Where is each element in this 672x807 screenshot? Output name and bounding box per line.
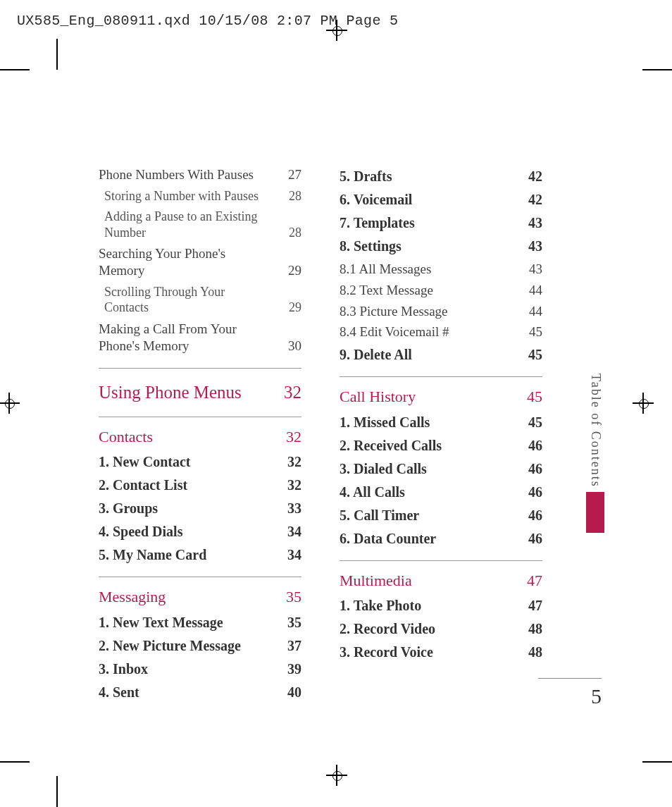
toc-entry-label: Searching Your Phone's Memory: [99, 245, 278, 279]
toc-entry: 8.1 All Messages43: [340, 261, 542, 278]
toc-entry-page: 32: [278, 453, 301, 471]
toc-entry: 5. Call Timer46: [340, 507, 542, 524]
toc-entry-label: 4. All Calls: [340, 483, 518, 501]
page: { "slug": "UX585_Eng_080911.qxd 10/15/08…: [0, 0, 672, 807]
toc-entry: 5. My Name Card34: [99, 546, 301, 564]
toc-entry-page: 47: [518, 597, 542, 615]
registration-mark: [0, 393, 20, 414]
toc-entry-label: Using Phone Menus: [99, 381, 278, 403]
toc-entry-label: Call History: [340, 387, 518, 407]
toc-entry: 6. Data Counter46: [340, 530, 542, 548]
toc-entry: 2. New Picture Message37: [99, 637, 301, 655]
toc-entry-label: 3. Dialed Calls: [340, 460, 518, 478]
crop-mark: [642, 761, 672, 763]
toc-entry-page: 46: [518, 507, 542, 524]
toc-entry-page: 46: [518, 483, 542, 501]
toc-entry-page: 46: [518, 530, 542, 548]
toc-entry-label: 7. Templates: [340, 214, 518, 232]
toc-entry: 1. New Contact32: [99, 453, 301, 471]
toc-entry-label: 6. Voicemail: [340, 191, 518, 209]
toc-entry-label: 6. Data Counter: [340, 530, 518, 548]
toc-entry-label: Storing a Number with Pauses: [104, 188, 278, 204]
toc-entry: Phone Numbers With Pauses27: [99, 166, 301, 183]
toc-entry-page: 43: [518, 238, 542, 255]
toc-entry-page: 34: [278, 546, 301, 564]
toc-entry-label: 3. Groups: [99, 500, 278, 517]
toc-entry-page: 28: [278, 188, 301, 204]
toc-entry: Making a Call From Your Phone's Memory30: [99, 321, 301, 355]
toc-entry-label: Phone Numbers With Pauses: [99, 166, 278, 183]
toc-entry: Scrolling Through Your Contacts29: [104, 284, 301, 316]
toc-entry-label: 8. Settings: [340, 238, 518, 255]
toc-entry-label: Making a Call From Your Phone's Memory: [99, 321, 278, 355]
toc-entry-label: Multimedia: [340, 571, 518, 591]
page-number: 5: [538, 678, 602, 708]
toc-entry-page: 48: [518, 620, 542, 638]
toc-entry-page: 45: [518, 414, 542, 431]
toc-entry-page: 43: [518, 261, 542, 278]
toc-entry-page: 29: [278, 262, 301, 279]
toc-right-column: 5. Drafts426. Voicemail427. Templates438…: [340, 162, 542, 707]
toc-entry: Searching Your Phone's Memory29: [99, 245, 301, 279]
toc-entry-label: 9. Delete All: [340, 346, 518, 364]
toc-entry-page: 39: [278, 660, 301, 678]
toc-entry-page: 29: [278, 300, 301, 316]
crop-mark: [56, 776, 58, 807]
toc-entry-page: 45: [518, 324, 542, 340]
toc-entry-label: 5. Call Timer: [340, 507, 518, 524]
toc-entry-label: Scrolling Through Your Contacts: [104, 284, 278, 316]
toc-entry-page: 27: [278, 166, 301, 183]
toc-entry-label: 1. Take Photo: [340, 597, 518, 615]
toc-entry-page: 33: [278, 500, 301, 517]
toc-entry: 8.3 Picture Message44: [340, 303, 542, 320]
toc-entry-label: 5. My Name Card: [99, 546, 278, 564]
toc-entry-page: 45: [518, 387, 542, 407]
toc-entry: 7. Templates43: [340, 214, 542, 232]
toc-entry-label: 1. Missed Calls: [340, 414, 518, 431]
toc-entry: 3. Groups33: [99, 500, 301, 517]
toc-entry: 4. Sent40: [99, 684, 301, 701]
crop-mark: [56, 39, 58, 70]
toc-entry: 5. Drafts42: [340, 168, 542, 185]
toc-entry: 8.4 Edit Voicemail #45: [340, 324, 542, 340]
toc-entry-page: 47: [518, 571, 542, 591]
toc-entry: 2. Contact List32: [99, 476, 301, 494]
toc-entry: 3. Dialed Calls46: [340, 460, 542, 478]
toc-entry: 2. Record Video48: [340, 620, 542, 638]
toc-entry-page: 44: [518, 282, 542, 299]
side-tab-bar: [586, 492, 604, 533]
toc-entry-label: Messaging: [99, 587, 278, 607]
toc-entry-label: 2. Record Video: [340, 620, 518, 638]
toc-entry: Storing a Number with Pauses28: [104, 188, 301, 204]
toc-entry-label: 4. Sent: [99, 684, 278, 701]
toc-entry-page: 44: [518, 303, 542, 320]
toc-entry-page: 42: [518, 168, 542, 185]
toc-entry-page: 28: [278, 225, 301, 241]
toc-entry: 6. Voicemail42: [340, 191, 542, 209]
toc-entry-page: 32: [278, 427, 301, 447]
toc-entry-page: 46: [518, 460, 542, 478]
toc-entry: 9. Delete All45: [340, 346, 542, 364]
toc-entry-label: 1. New Text Message: [99, 614, 278, 632]
toc-entry: Call History45: [340, 376, 542, 407]
toc-entry-page: 32: [278, 381, 301, 403]
toc-entry-label: 2. Received Calls: [340, 437, 518, 455]
toc-left-column: Phone Numbers With Pauses27Storing a Num…: [99, 162, 301, 707]
toc-entry-label: 1. New Contact: [99, 453, 278, 471]
toc-entry-label: 8.1 All Messages: [340, 261, 518, 278]
side-tab: Table of Contents: [586, 374, 604, 533]
toc-entry-label: 4. Speed Dials: [99, 523, 278, 541]
toc-entry: 8.2 Text Message44: [340, 282, 542, 299]
toc-entry: 1. Missed Calls45: [340, 414, 542, 431]
toc-entry-page: 46: [518, 437, 542, 455]
toc-entry-label: 8.2 Text Message: [340, 282, 518, 299]
toc-entry-page: 34: [278, 523, 301, 541]
toc-entry: 1. Take Photo47: [340, 597, 542, 615]
toc-entry-label: 8.3 Picture Message: [340, 303, 518, 320]
toc-entry-page: 35: [278, 587, 301, 607]
registration-mark: [633, 393, 654, 414]
side-tab-label: Table of Contents: [588, 374, 603, 488]
crop-mark: [0, 761, 30, 763]
toc-entry: 8. Settings43: [340, 238, 542, 255]
toc-entry: Messaging35: [99, 577, 301, 607]
